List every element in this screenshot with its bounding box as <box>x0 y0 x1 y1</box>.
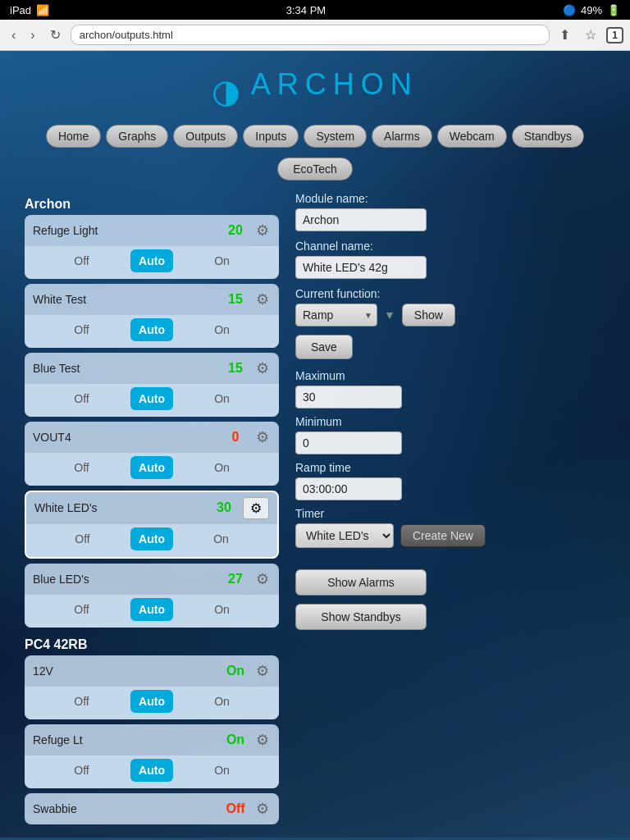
gear-button[interactable]: ⚙ <box>254 358 271 379</box>
section-pc4-header: PC4 42RB <box>25 632 279 655</box>
device-refuge-light: Refuge Light 20 ⚙ Off Auto On <box>25 215 279 279</box>
create-new-button[interactable]: Create New <box>400 524 486 547</box>
auto-button[interactable]: Auto <box>130 456 173 479</box>
timer-row: White LED's Blue LED's Refuge Light Crea… <box>295 523 605 548</box>
address-bar[interactable] <box>71 25 550 45</box>
device-row: Blue LED's 27 ⚙ <box>25 564 279 595</box>
wifi-icon: 📶 <box>36 4 49 16</box>
device-value: 0 <box>223 430 248 445</box>
on-button[interactable]: On <box>173 318 271 341</box>
function-select-wrapper: Ramp On/Off Timer PWM <box>295 304 377 326</box>
device-name: White Test <box>33 293 217 306</box>
timer-select[interactable]: White LED's Blue LED's Refuge Light <box>295 523 394 548</box>
nav-system[interactable]: System <box>304 125 367 148</box>
auto-button[interactable]: Auto <box>130 527 173 550</box>
off-button[interactable]: Off <box>34 527 130 550</box>
off-button[interactable]: Off <box>33 690 130 713</box>
module-name-input[interactable] <box>295 208 427 231</box>
on-button[interactable]: On <box>173 527 269 550</box>
off-button[interactable]: Off <box>33 759 130 782</box>
auto-button[interactable]: Auto <box>130 759 173 782</box>
off-button[interactable]: Off <box>33 456 130 479</box>
browser-bar: ‹ › ↻ ⬆ ☆ 1 <box>0 20 630 51</box>
nav-inputs[interactable]: Inputs <box>243 125 299 148</box>
save-button[interactable]: Save <box>295 335 353 359</box>
back-button[interactable]: ‹ <box>7 26 21 44</box>
auto-button[interactable]: Auto <box>130 598 173 621</box>
on-button[interactable]: On <box>173 598 271 621</box>
control-row: Off Auto On <box>25 453 279 486</box>
status-bar: iPad 📶 3:34 PM 🔵 49% 🔋 <box>0 0 630 20</box>
nav-home[interactable]: Home <box>46 125 101 148</box>
show-button[interactable]: Show <box>402 304 455 326</box>
device-white-test: White Test 15 ⚙ Off Auto On <box>25 284 279 348</box>
nav-graphs[interactable]: Graphs <box>106 125 168 148</box>
device-name: Blue Test <box>33 362 217 375</box>
nav-ecotech[interactable]: EcoTech <box>277 158 353 180</box>
logo-text: ARCHON <box>251 67 418 101</box>
channel-name-label: Channel name: <box>295 240 605 253</box>
forward-button[interactable]: › <box>25 26 39 44</box>
battery-icon: 🔋 <box>607 4 620 16</box>
off-button[interactable]: Off <box>33 249 130 272</box>
auto-button[interactable]: Auto <box>130 249 173 272</box>
function-select[interactable]: Ramp On/Off Timer PWM <box>295 304 377 326</box>
battery-label: 49% <box>581 4 602 16</box>
status-right: 🔵 49% 🔋 <box>563 4 620 16</box>
gear-button[interactable]: ⚙ <box>254 427 271 448</box>
device-value: On <box>223 664 248 678</box>
device-name: Refuge Lt <box>33 733 217 746</box>
device-name: Refuge Light <box>33 224 217 237</box>
on-button[interactable]: On <box>173 456 271 479</box>
maximum-input[interactable] <box>295 386 402 409</box>
on-button[interactable]: On <box>173 249 271 272</box>
device-12v: 12V On ⚙ Off Auto On <box>25 655 279 719</box>
nav-webcam[interactable]: Webcam <box>437 125 507 148</box>
chevron-icon: ▼ <box>384 308 395 322</box>
on-button[interactable]: On <box>173 759 271 782</box>
gear-box[interactable]: ⚙ <box>243 497 269 519</box>
ramp-time-input[interactable] <box>295 477 402 500</box>
gear-button[interactable]: ⚙ <box>254 660 271 682</box>
auto-button[interactable]: Auto <box>130 690 173 713</box>
on-button[interactable]: On <box>173 387 271 410</box>
function-row: Ramp On/Off Timer PWM ▼ Show <box>295 304 605 326</box>
control-row: Off Auto On <box>25 384 279 417</box>
module-name-label: Module name: <box>295 192 605 205</box>
reload-button[interactable]: ↻ <box>45 25 66 44</box>
off-button[interactable]: Off <box>33 598 130 621</box>
tab-count[interactable]: 1 <box>606 27 623 43</box>
device-refuge-lt: Refuge Lt On ⚙ Off Auto On <box>25 724 279 788</box>
gear-button[interactable]: ⚙ <box>254 289 271 310</box>
gear-button[interactable]: ⚙ <box>254 220 271 241</box>
control-row: Off Auto On <box>25 595 279 628</box>
gear-button[interactable]: ⚙ <box>254 568 271 590</box>
auto-button[interactable]: Auto <box>130 387 173 410</box>
nav-bar: Home Graphs Outputs Inputs System Alarms… <box>0 118 630 154</box>
device-vout4: VOUT4 0 ⚙ Off Auto On <box>25 422 279 486</box>
show-alarms-button[interactable]: Show Alarms <box>295 569 427 596</box>
section-archon-header: Archon <box>25 192 279 215</box>
share-button[interactable]: ⬆ <box>555 25 575 44</box>
carrier-label: iPad <box>10 4 31 16</box>
show-standbys-button[interactable]: Show Standbys <box>295 604 427 630</box>
status-left: iPad 📶 <box>10 4 49 16</box>
device-blue-test: Blue Test 15 ⚙ Off Auto On <box>25 353 279 417</box>
off-button[interactable]: Off <box>33 318 130 341</box>
gear-button[interactable]: ⚙ <box>254 798 271 819</box>
nav-alarms[interactable]: Alarms <box>372 125 432 148</box>
minimum-input[interactable] <box>295 431 402 454</box>
bookmark-button[interactable]: ☆ <box>580 25 601 44</box>
control-row: Off Auto On <box>25 315 279 348</box>
channel-name-input[interactable] <box>295 256 427 279</box>
device-name: 12V <box>33 664 217 678</box>
timer-label: Timer <box>295 507 605 520</box>
nav-standbys[interactable]: Standbys <box>512 125 584 148</box>
device-name: White LED's <box>34 501 205 514</box>
nav-outputs[interactable]: Outputs <box>173 125 238 148</box>
auto-button[interactable]: Auto <box>130 318 173 341</box>
gear-button[interactable]: ⚙ <box>254 729 271 751</box>
on-button[interactable]: On <box>173 690 271 713</box>
off-button[interactable]: Off <box>33 387 130 410</box>
device-name: Blue LED's <box>33 573 217 586</box>
